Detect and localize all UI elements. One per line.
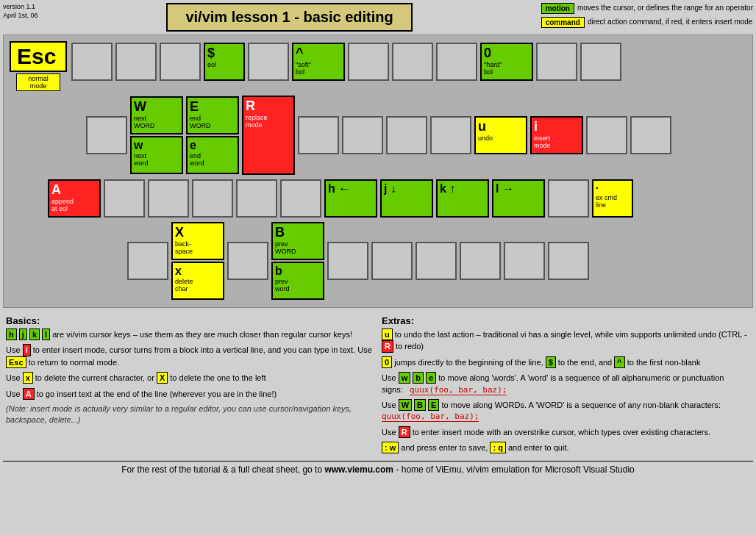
key-l[interactable]: l → xyxy=(492,179,545,218)
key-W-upper[interactable]: W nextWORD xyxy=(130,96,183,134)
key-blank-r4-4 xyxy=(371,242,413,280)
keyboard-area: Esc normalmode $ eol ^ "soft"bol xyxy=(3,35,753,308)
header: version 1.1 April 1st, 06 vi/vim lesson … xyxy=(3,3,753,32)
key-blank-r4-8 xyxy=(548,242,589,280)
key-blank-r4-7 xyxy=(504,242,545,280)
motion-badge: motion xyxy=(541,3,574,14)
key-badge-esc: Esc xyxy=(6,356,26,368)
key-blank-r1-7 xyxy=(436,43,477,81)
key-blank-r3-4 xyxy=(236,179,277,218)
key-badge-w: w xyxy=(399,372,411,384)
code-sample-2: quux(foo, bar, baz); xyxy=(382,412,479,422)
key-badge-R2: R xyxy=(399,426,410,438)
key-blank-r1-6 xyxy=(392,43,433,81)
key-blank-r3-2 xyxy=(148,179,189,218)
key-zero[interactable]: 0 "hard"bol xyxy=(480,43,533,81)
key-badge-i: i xyxy=(23,344,31,356)
page-title: vi/vim lesson 1 - basic editing xyxy=(166,3,412,32)
key-blank-r1-1 xyxy=(71,43,113,81)
key-badge-colon-q: : q xyxy=(490,442,505,453)
key-k[interactable]: k ↑ xyxy=(436,179,489,218)
key-j[interactable]: j ↓ xyxy=(380,179,433,218)
key-A[interactable]: A appendat eol xyxy=(48,179,101,218)
extras-p5: Use R to enter insert mode with an overs… xyxy=(382,426,750,438)
key-u[interactable]: u undo xyxy=(474,116,527,154)
key-blank-r1-2 xyxy=(115,43,157,81)
key-badge-b: b xyxy=(413,372,424,384)
basics-p2: Use i to enter insert mode, cursor turns… xyxy=(6,344,374,368)
key-R[interactable]: R replacemode xyxy=(242,96,295,175)
key-caret[interactable]: ^ "soft"bol xyxy=(292,43,345,81)
extras-p4: Use W B E to move along WORDs. A 'WORD' … xyxy=(382,399,750,423)
key-blank-r3-6 xyxy=(548,179,589,218)
key-badge-x-upper: X xyxy=(157,372,168,384)
key-x-lower[interactable]: x deletechar xyxy=(171,262,224,300)
esc-key[interactable]: Esc xyxy=(10,41,67,72)
version-info: version 1.1 April 1st, 06 xyxy=(3,3,38,20)
key-badge-R-extras: R xyxy=(382,340,393,352)
key-b-lower[interactable]: b prevword xyxy=(271,262,324,300)
basics-p3: Use x to delete the current character, o… xyxy=(6,372,374,384)
key-badge-W: W xyxy=(399,399,412,411)
esc-key-container: Esc normalmode xyxy=(10,41,67,91)
footer: For the rest of the tutorial & a full ch… xyxy=(3,461,753,478)
basics-p1: h j k l are vi/vim cursor keys – use the… xyxy=(6,328,374,340)
key-blank-r2-6 xyxy=(586,116,627,154)
key-blank-r1-8 xyxy=(536,43,577,81)
key-blank-r4-6 xyxy=(460,242,501,280)
extras-p6: : w and press enter to save, : q and ent… xyxy=(382,442,750,453)
extras-p2: 0 jumps directly to the beginning of the… xyxy=(382,356,750,368)
command-badge: command xyxy=(541,17,585,28)
key-blank-r4-2 xyxy=(227,242,268,280)
key-blank-r4-5 xyxy=(416,242,457,280)
key-badge-j: j xyxy=(19,328,27,340)
key-badge-u: u xyxy=(382,328,393,340)
key-badge-l: l xyxy=(42,328,50,340)
key-blank-r1-3 xyxy=(160,43,201,81)
key-blank-r2-1 xyxy=(86,116,127,154)
key-e-lower[interactable]: e endword xyxy=(186,136,239,174)
key-blank-r2-4 xyxy=(386,116,427,154)
key-blank-r3-1 xyxy=(104,179,145,218)
key-B-upper[interactable]: B prevWORD xyxy=(271,222,324,260)
key-badge-B: B xyxy=(414,399,426,411)
key-blank-r2-7 xyxy=(630,116,671,154)
bottom-sections: Basics: h j k l are vi/vim cursor keys –… xyxy=(3,312,753,458)
key-badge-h: h xyxy=(6,328,17,340)
key-w-lower[interactable]: w nextword xyxy=(130,136,183,174)
key-colon[interactable]: · ex cmdline xyxy=(592,179,633,218)
basics-title: Basics: xyxy=(6,315,374,326)
key-blank-r2-5 xyxy=(430,116,471,154)
legend-command: command direct action command, if red, i… xyxy=(541,17,753,28)
key-h[interactable]: h ← xyxy=(324,179,377,218)
footer-url: www.viemu.com xyxy=(324,464,393,475)
basics-p4: Use A to go insert text at the end of th… xyxy=(6,388,374,400)
extras-p3: Use w b e to move along 'words'. A 'word… xyxy=(382,372,750,395)
key-badge-x-lower: x xyxy=(23,372,33,384)
legend-motion: motion moves the cursor, or defines the … xyxy=(541,3,753,14)
section-extras: Extras: u to undo the last action – trad… xyxy=(382,315,750,458)
key-blank-r3-3 xyxy=(192,179,233,218)
key-blank-r3-5 xyxy=(280,179,321,218)
key-badge-colon-w: : w xyxy=(382,442,399,453)
key-blank-r4-1 xyxy=(127,242,168,280)
key-X-upper[interactable]: X back-space xyxy=(171,222,224,260)
basics-p5: (Note: insert mode is actually very simi… xyxy=(6,403,374,426)
key-blank-r2-2 xyxy=(298,116,339,154)
key-blank-r1-9 xyxy=(580,43,621,81)
key-badge-dollar: $ xyxy=(546,356,556,368)
key-blank-r4-3 xyxy=(327,242,368,280)
key-blank-r1-4 xyxy=(248,43,289,81)
extras-p1: u to undo the last action – traditional … xyxy=(382,328,750,353)
key-badge-A: A xyxy=(23,388,35,400)
key-E-upper[interactable]: E endWORD xyxy=(186,96,239,134)
section-basics: Basics: h j k l are vi/vim cursor keys –… xyxy=(6,315,374,458)
key-blank-r2-3 xyxy=(342,116,383,154)
key-dollar[interactable]: $ eol xyxy=(204,43,245,81)
esc-sublabel: normalmode xyxy=(16,73,60,91)
legend: motion moves the cursor, or defines the … xyxy=(541,3,753,28)
key-badge-e: e xyxy=(426,372,436,384)
key-badge-E: E xyxy=(428,399,439,411)
key-badge-caret: ^ xyxy=(614,356,624,368)
key-i[interactable]: i insertmode xyxy=(530,116,583,154)
